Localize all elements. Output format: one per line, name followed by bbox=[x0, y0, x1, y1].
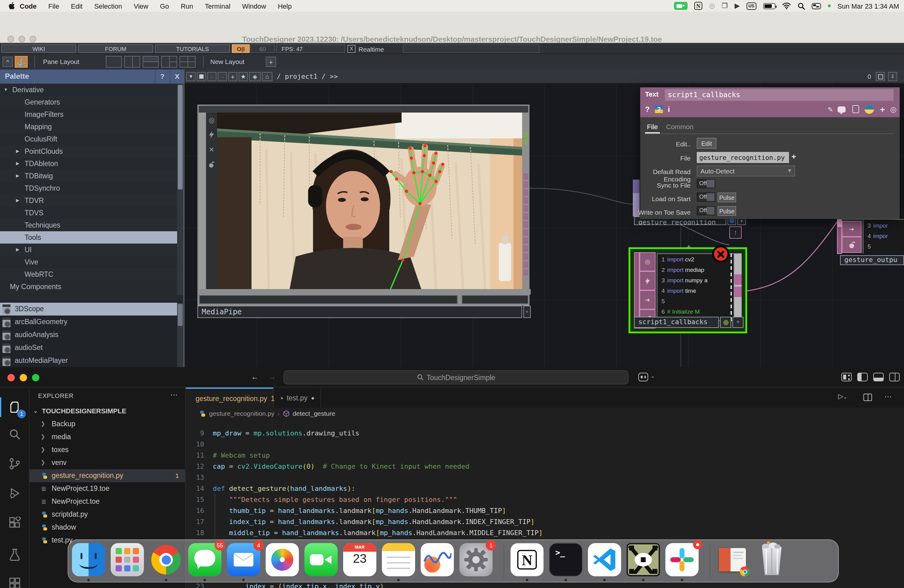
dock-item-touchdesigner[interactable] bbox=[627, 543, 660, 576]
chevron-right-icon[interactable]: ▶ bbox=[16, 243, 19, 256]
forum-button[interactable]: FORUM bbox=[78, 44, 153, 53]
wiki-button[interactable]: WIKI bbox=[1, 44, 76, 53]
explorer-file-shadow[interactable]: shadow bbox=[30, 521, 185, 534]
menu-item-selection[interactable]: Selection bbox=[94, 2, 122, 9]
load-toggle[interactable]: Off bbox=[697, 193, 715, 202]
copilot-chevron-icon[interactable]: ⌄ bbox=[651, 373, 654, 379]
palette-tree-item[interactable]: Mapping bbox=[0, 120, 185, 133]
palette-tree-item[interactable]: ▶PointClouds bbox=[0, 145, 185, 158]
tab-gesture-recognition[interactable]: gesture_recognition.py 1 × bbox=[186, 387, 273, 408]
chevron-right-icon[interactable]: ▶ bbox=[16, 170, 19, 182]
vscode-minimize-button[interactable] bbox=[20, 374, 27, 381]
gesture-output-node[interactable]: ➔ 3impor4impor56# Ini bbox=[837, 219, 904, 253]
code-line-17[interactable]: 17 index_tip = hand_landmarks.landmark[m… bbox=[186, 517, 821, 528]
palette-tree-item[interactable]: OculusRift bbox=[0, 133, 185, 145]
palette-tree-item[interactable]: Techniques bbox=[0, 219, 185, 231]
io-badge[interactable]: O|I bbox=[232, 44, 250, 53]
play-circle-icon[interactable]: ▶ bbox=[735, 2, 740, 9]
mediapipe-node-name[interactable]: MediaPipe bbox=[198, 306, 522, 318]
menu-item-file[interactable]: File bbox=[48, 2, 59, 9]
menu-item-help[interactable]: Help bbox=[278, 2, 291, 9]
node-viewer-icon[interactable]: ◎ bbox=[206, 112, 217, 127]
dock-item-system-settings[interactable]: 1 bbox=[459, 543, 493, 576]
palette-tree-item[interactable]: ▶UI bbox=[0, 243, 185, 256]
tab-file[interactable]: File bbox=[647, 123, 658, 130]
script-node-add[interactable]: + bbox=[732, 317, 743, 328]
editor-more-icon[interactable]: ⋯ bbox=[884, 392, 892, 401]
dock-item-terminal[interactable]: >_ bbox=[549, 543, 582, 576]
menu-item-run[interactable]: Run bbox=[181, 2, 193, 9]
tutorials-button[interactable]: TUTORIALS bbox=[155, 44, 230, 53]
menu-item-go[interactable]: Go bbox=[160, 2, 169, 9]
explorer-file-newproject-toe[interactable]: ≣NewProject.toe bbox=[30, 495, 185, 508]
tab-dirty-dot[interactable]: • bbox=[311, 393, 314, 403]
nav-back-icon[interactable]: ← bbox=[251, 372, 259, 381]
dock-item-photos[interactable] bbox=[266, 543, 299, 576]
add-parameter-icon[interactable]: + bbox=[880, 104, 885, 114]
dock-item-finder[interactable] bbox=[72, 543, 105, 576]
explorer-file-media[interactable]: ❯media bbox=[30, 430, 185, 443]
realtime-checkbox[interactable]: X bbox=[348, 45, 356, 53]
python-expressions-icon[interactable] bbox=[864, 104, 874, 114]
palette-tree-item[interactable]: Vive bbox=[0, 256, 185, 268]
pane-menu-button[interactable]: ▼ bbox=[186, 72, 196, 81]
toggle-panel-icon[interactable] bbox=[873, 373, 884, 381]
file-add-button[interactable]: + bbox=[792, 152, 796, 161]
help-icon[interactable]: ? bbox=[645, 105, 650, 114]
customize-layout-icon[interactable] bbox=[841, 373, 852, 381]
palette-tree-item[interactable]: ImageFilters bbox=[0, 108, 185, 120]
nav-forward-button[interactable]: → bbox=[218, 72, 227, 81]
node-out-connectors-pink[interactable] bbox=[523, 174, 528, 277]
run-python-icon[interactable]: ▷⌄ bbox=[838, 392, 847, 400]
load-pulse-button[interactable]: Pulse bbox=[718, 193, 736, 202]
node-out-connectors-green[interactable] bbox=[523, 132, 528, 145]
dock-item-vscode[interactable] bbox=[588, 543, 621, 576]
control-center-icon[interactable] bbox=[811, 3, 821, 9]
palette-tree-item[interactable]: ▶TDVR bbox=[0, 194, 185, 207]
code-line-18[interactable]: 18 middle_tip = hand_landmarks.landmark[… bbox=[186, 528, 821, 539]
apple-menu-icon[interactable] bbox=[8, 2, 16, 10]
vscode-titlebar[interactable]: ← → TouchDesignerSimple ⌄ bbox=[0, 367, 904, 387]
nav-back-button[interactable]: ← bbox=[207, 72, 217, 81]
explorer-file-venv[interactable]: ❯venv bbox=[30, 456, 185, 469]
menu-item-view[interactable]: View bbox=[134, 2, 148, 9]
code-line-15[interactable]: 15 """Detects simple gestures based on f… bbox=[186, 495, 821, 506]
edit-pencil-icon[interactable]: ✎ bbox=[828, 106, 833, 114]
add-operator-button[interactable]: + bbox=[228, 72, 237, 81]
dock-item-waveform-app[interactable] bbox=[420, 543, 454, 576]
dock-item-slack[interactable] bbox=[665, 543, 699, 576]
script-node-name[interactable]: script1_callbacks bbox=[634, 317, 719, 328]
encoding-dropdown[interactable]: Auto-Detect▼ bbox=[697, 166, 795, 177]
palette-tree-item[interactable]: My Components bbox=[0, 280, 185, 293]
palette-component-item[interactable]: arcBallGeometry bbox=[0, 316, 185, 329]
palette-tree-item[interactable]: Generators bbox=[0, 96, 185, 108]
dock-item-notion[interactable]: N bbox=[510, 543, 544, 576]
dock-item-facetime[interactable] bbox=[304, 543, 338, 576]
parameter-dialog[interactable]: Text script1_callbacks ? ? i ✎ + ◎ File … bbox=[640, 87, 900, 219]
toolbar-empty-field[interactable] bbox=[403, 44, 539, 53]
pane-layout-hsplit[interactable] bbox=[143, 56, 159, 68]
palette-list-scrollbar[interactable] bbox=[177, 303, 183, 367]
menu-item-window[interactable]: Window bbox=[242, 2, 266, 9]
tab-test-py[interactable]: test.py • bbox=[274, 387, 321, 408]
node-close-button[interactable] bbox=[712, 245, 729, 262]
explorer-activity-icon[interactable]: 1 bbox=[0, 395, 30, 419]
airplay-icon[interactable]: ◎ bbox=[709, 2, 715, 9]
code-line-16[interactable]: 16 thumb_tip = hand_landmarks.landmark[m… bbox=[186, 506, 821, 517]
node-lock-icon[interactable] bbox=[842, 237, 861, 253]
chevron-right-icon[interactable]: ▶ bbox=[16, 145, 19, 158]
dock-item-chrome[interactable] bbox=[149, 543, 183, 576]
chevron-down-icon[interactable]: ▼ bbox=[4, 84, 8, 96]
chevron-right-icon[interactable]: ▶ bbox=[16, 194, 19, 207]
node-flag-icon[interactable] bbox=[206, 127, 217, 142]
script-callbacks-node[interactable]: ◎ ➔ 1import cv22import mediap3import num… bbox=[629, 247, 747, 334]
input-connector-box[interactable]: ↑ bbox=[729, 226, 742, 239]
palette-help-button[interactable]: ? bbox=[155, 70, 169, 84]
search-activity-icon[interactable] bbox=[0, 422, 30, 447]
menu-item-terminal[interactable]: Terminal bbox=[205, 2, 230, 9]
mediapipe-container-node[interactable]: ◎ ✕ bbox=[198, 104, 529, 306]
comment-icon[interactable] bbox=[838, 106, 846, 112]
command-center-search[interactable]: TouchDesignerSimple bbox=[283, 370, 629, 384]
op-name-field[interactable]: script1_callbacks bbox=[665, 89, 893, 101]
node-export-icon[interactable]: ➔ bbox=[640, 290, 656, 309]
